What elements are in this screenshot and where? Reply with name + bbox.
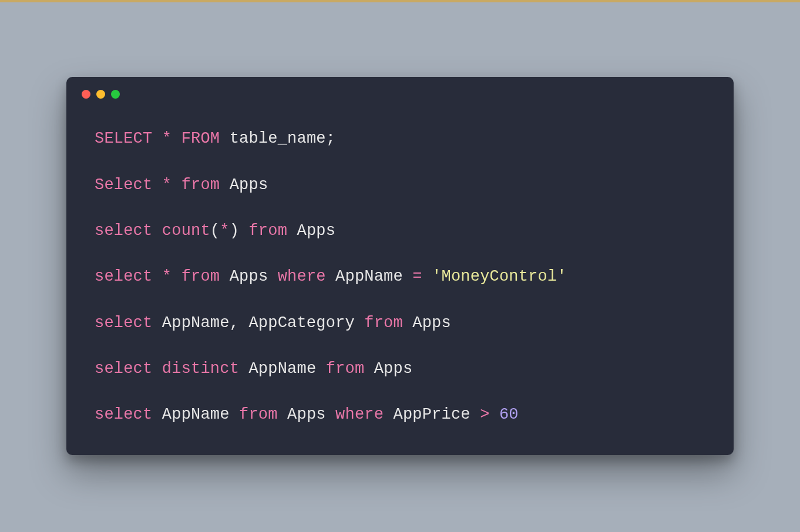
code-token-plain: Apps: [278, 406, 335, 423]
code-token-plain: [422, 268, 432, 285]
code-token-keyword: FROM: [181, 130, 220, 147]
code-token-punc: ): [230, 222, 239, 240]
code-line: Select * from Apps: [95, 176, 705, 194]
code-window: SELECT * FROM table_name;Select * from A…: [66, 77, 734, 455]
code-token-plain: Apps: [287, 222, 335, 240]
code-token-keyword: where: [278, 268, 326, 285]
code-token-keyword: from: [239, 406, 278, 423]
code-token-keyword: select: [95, 314, 152, 332]
zoom-icon[interactable]: [111, 90, 120, 99]
code-token-plain: Apps: [220, 268, 277, 285]
code-token-keyword: select: [95, 222, 152, 240]
code-token-keyword: from: [364, 314, 403, 332]
code-token-op: >: [480, 406, 489, 423]
code-token-plain: AppName: [239, 360, 326, 378]
code-token-keyword: where: [335, 406, 384, 423]
code-token-plain: [172, 130, 181, 147]
code-token-plain: AppName, AppCategory: [152, 314, 364, 332]
code-token-plain: [152, 176, 162, 194]
code-token-plain: [152, 222, 162, 240]
code-token-keyword: select: [95, 406, 152, 423]
code-token-func: count: [162, 222, 210, 240]
top-accent-right: [528, 0, 800, 2]
code-line: select count(*) from Apps: [95, 221, 705, 240]
code-token-star: *: [162, 268, 172, 285]
code-token-plain: [172, 268, 181, 285]
code-token-star: *: [220, 222, 229, 240]
code-token-plain: [152, 268, 162, 285]
code-token-keyword: distinct: [162, 360, 239, 378]
code-token-keyword: from: [326, 360, 365, 378]
code-token-keyword: select: [95, 360, 152, 378]
code-line: select distinct AppName from Apps: [95, 359, 705, 378]
minimize-icon[interactable]: [96, 90, 105, 99]
code-token-string: 'MoneyControl': [432, 268, 567, 285]
code-token-plain: [490, 406, 499, 423]
code-token-plain: AppName: [326, 268, 413, 285]
top-accent-left: [0, 0, 528, 2]
code-token-plain: Apps: [220, 176, 268, 194]
code-token-plain: Apps: [403, 314, 451, 332]
code-token-keyword: SELECT: [95, 130, 152, 147]
code-token-star: *: [162, 130, 172, 147]
code-token-star: *: [162, 176, 172, 194]
code-token-plain: AppName: [152, 406, 239, 423]
code-token-plain: table_name;: [220, 130, 335, 147]
code-token-keyword: from: [248, 222, 287, 240]
code-token-plain: AppPrice: [384, 406, 480, 423]
code-line: select * from Apps where AppName = 'Mone…: [95, 267, 705, 286]
close-icon[interactable]: [82, 90, 90, 99]
code-token-plain: [152, 360, 162, 378]
code-token-keyword: from: [181, 176, 220, 194]
code-body: SELECT * FROM table_name;Select * from A…: [66, 105, 734, 455]
code-token-op: =: [412, 268, 422, 285]
code-token-plain: [152, 130, 162, 147]
code-token-punc: (: [210, 222, 220, 240]
code-token-plain: [172, 176, 181, 194]
code-line: SELECT * FROM table_name;: [95, 129, 705, 148]
window-header: [66, 77, 734, 105]
code-line: select AppName, AppCategory from Apps: [95, 314, 705, 332]
code-line: select AppName from Apps where AppPrice …: [95, 405, 705, 424]
code-token-keyword: from: [181, 268, 220, 285]
code-token-plain: Apps: [364, 360, 412, 378]
code-token-plain: [239, 222, 248, 240]
code-token-number: 60: [499, 406, 519, 423]
code-token-keyword: select: [95, 268, 152, 285]
top-accent-bars: [0, 0, 800, 2]
code-token-keyword: Select: [95, 176, 152, 194]
